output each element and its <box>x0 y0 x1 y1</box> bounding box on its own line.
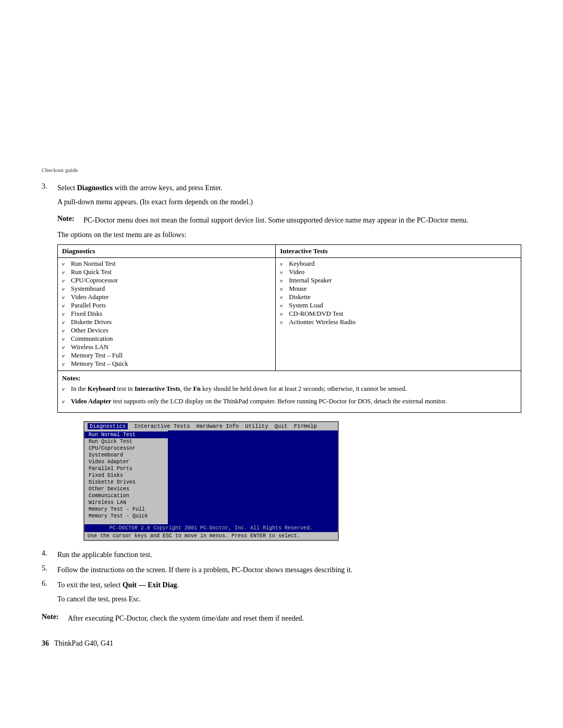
menu-item-run-normal: Run Normal Test <box>84 431 168 438</box>
menu-item-video-adapter: Video Adapter <box>84 459 168 465</box>
list-item: vDiskette Drives <box>62 318 271 326</box>
page-number: 36 <box>42 639 49 648</box>
interactive-tests-bold: Interactive Tests <box>134 385 180 392</box>
v-marker: v <box>280 294 287 300</box>
step-5-content: Follow the instructions on the screen. I… <box>57 564 521 575</box>
list-item: vMemory Test – Quick <box>62 360 271 368</box>
item-label: Memory Test – Quick <box>71 360 128 368</box>
list-item: vFixed Disks <box>62 310 271 318</box>
item-label: Diskette <box>289 293 311 301</box>
item-label: Mouse <box>289 285 307 293</box>
notes-row: Notes: v In the Keyboard test in Interac… <box>58 371 521 413</box>
pcdoctor-content: Run Normal Test Run Quick Test CPU/Copro… <box>84 430 338 524</box>
v-marker: v <box>280 261 287 267</box>
item-label: Memory Test – Full <box>71 352 123 360</box>
item-label: Diskette Drives <box>71 318 112 326</box>
item-label: Actiontec Wireless Radio <box>289 318 356 326</box>
note-block-2: Note: After executing PC-Doctor, check t… <box>42 613 521 624</box>
pcdoctor-status: Use the cursor keys and ESC to move in m… <box>84 532 338 540</box>
list-item: vVideo <box>280 268 517 276</box>
item-label: CPU/Coprocessor <box>71 277 118 285</box>
list-item: vOther Devices <box>62 327 271 335</box>
bottom-steps: 4. Run the applicable function test. 5. … <box>42 549 521 624</box>
step-6-content: To exit the test, select Quit — Exit Dia… <box>57 579 521 608</box>
pcdoctor-copyright: PC-DOCTOR 2.0 Copyright 2001 PC-Doctor, … <box>84 524 338 532</box>
menu-quit: Quit <box>274 423 287 429</box>
list-item: vSystemboard <box>62 285 271 293</box>
note-v-1: v <box>62 385 69 394</box>
menu-diagnostics-active: Diagnostics <box>88 423 128 429</box>
table-main-row: vRun Normal Test vRun Quick Test vCPU/Co… <box>58 258 521 371</box>
notes-label: Notes: <box>62 374 517 382</box>
v-marker: v <box>280 319 287 325</box>
step-3-content: Select Diagnostics with the arrow keys, … <box>57 182 521 211</box>
v-marker: v <box>62 261 69 267</box>
item-label: Parallel Ports <box>71 302 106 310</box>
v-marker: v <box>62 311 69 317</box>
list-item: vCommunication <box>62 335 271 343</box>
item-label: Internal Speaker <box>289 277 332 285</box>
step-3-number: 3. <box>42 182 57 211</box>
step-6-number: 6. <box>42 579 57 608</box>
pcdoctor-right-panel <box>168 430 338 524</box>
col1-items: vRun Normal Test vRun Quick Test vCPU/Co… <box>58 258 276 371</box>
menu-interactive-tests: Interactive Tests <box>134 423 190 429</box>
v-marker: v <box>280 311 287 317</box>
menu-item-fixed-disks: Fixed Disks <box>84 472 168 479</box>
notes-cell: Notes: v In the Keyboard test in Interac… <box>58 371 521 413</box>
note-2-content: Video Adapter test supports only the LCD… <box>71 397 447 406</box>
menu-item-other-devices: Other Devices <box>84 486 168 492</box>
menu-item-memory-full: Memory Test - Full <box>84 506 168 513</box>
list-item: vMemory Test – Full <box>62 352 271 360</box>
note-v-2: v <box>62 398 69 406</box>
v-marker: v <box>280 302 287 309</box>
v-marker: v <box>62 277 69 283</box>
keyboard-bold: Keyboard <box>88 385 115 392</box>
footer-model: ThinkPad G40, G41 <box>54 639 113 648</box>
list-item: vParallel Ports <box>62 302 271 310</box>
v-marker: v <box>62 327 69 334</box>
step-6-line1: To exit the test, select Quit — Exit Dia… <box>57 579 521 590</box>
v-marker: v <box>62 269 69 275</box>
v-marker: v <box>62 336 69 342</box>
menu-item-systemboard: Systemboard <box>84 452 168 459</box>
note-1-label: Note: <box>57 215 83 226</box>
menu-hardware-info: Hardware Info <box>196 423 239 429</box>
list-item: vActiontec Wireless Radio <box>280 318 517 326</box>
menu-item-parallel: Parallel Ports <box>84 465 168 472</box>
breadcrumb: Checkout guide <box>42 167 521 173</box>
list-item: vRun Normal Test <box>62 260 271 268</box>
v-marker: v <box>280 269 287 275</box>
list-item: vKeyboard <box>280 260 517 268</box>
pcdoctor-screenshot: Diagnostics Interactive Tests Hardware I… <box>83 421 339 541</box>
note-2-text: After executing PC-Doctor, check the sys… <box>68 613 304 624</box>
note-1-text: PC-Doctor menu does not mean the formal … <box>83 215 468 226</box>
list-item: vCD-ROM/DVD Test <box>280 310 517 318</box>
v-marker: v <box>62 294 69 300</box>
list-item: vDiskette <box>280 293 517 301</box>
menu-item-run-quick: Run Quick Test <box>84 438 168 445</box>
item-label: Fixed Disks <box>71 310 102 318</box>
note-2-label: Note: <box>42 613 68 624</box>
diagnostics-table: Diagnostics Interactive Tests vRun Norma… <box>57 244 521 413</box>
menu-f1help: F1=Help <box>294 423 317 429</box>
item-label: Systemboard <box>71 285 105 293</box>
item-label: Video <box>289 268 304 276</box>
step-3: 3. Select Diagnostics with the arrow key… <box>42 182 521 211</box>
step-5-number: 5. <box>42 564 57 575</box>
menu-item-communication: Communication <box>84 492 168 499</box>
video-adapter-bold: Video Adapter <box>71 398 112 405</box>
list-item: vMouse <box>280 285 517 293</box>
options-line: The options on the test menu are as foll… <box>57 231 521 239</box>
item-label: Communication <box>71 335 113 343</box>
col2-header: Interactive Tests <box>276 245 521 258</box>
step-4-number: 4. <box>42 549 57 560</box>
step-3-line2: A pull-down menu appears. (Its exact for… <box>57 196 521 207</box>
v-marker: v <box>280 277 287 283</box>
list-item: vWireless LAN <box>62 343 271 351</box>
step-6-line2: To cancel the test, press Esc. <box>57 594 521 604</box>
col1-header: Diagnostics <box>58 245 276 258</box>
step-4-content: Run the applicable function test. <box>57 549 521 560</box>
list-item: vSystem Load <box>280 302 517 310</box>
item-label: Run Normal Test <box>71 260 116 268</box>
